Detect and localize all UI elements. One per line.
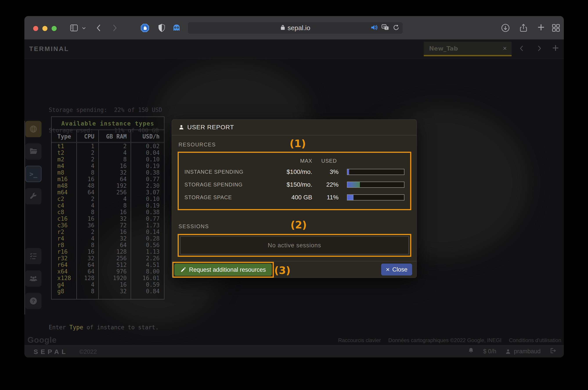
instance-row: c4480.19: [52, 202, 164, 209]
instance-row: c1616320.77: [52, 215, 164, 222]
instance-cell: 4: [77, 281, 99, 288]
resource-rows: INSTANCE SPENDING$100/mo.3%STORAGE SPEND…: [184, 166, 404, 204]
logout-icon[interactable]: [549, 347, 556, 355]
svg-text:文: 文: [385, 27, 388, 30]
add-tab-button[interactable]: +: [552, 41, 559, 54]
instance-cell: 32: [99, 235, 131, 242]
minimize-window-button[interactable]: [42, 26, 47, 31]
tab-overview-button[interactable]: [551, 23, 561, 33]
url-text: sepal.io: [288, 24, 310, 32]
terminal-icon: >_: [29, 170, 37, 178]
close-window-button[interactable]: [33, 26, 38, 31]
translate-icon[interactable]: A 文: [381, 24, 389, 32]
instance-row: r44320.28: [52, 235, 164, 242]
notifications-bell-icon[interactable]: [468, 347, 474, 355]
close-button[interactable]: × Close: [381, 264, 412, 275]
attribution-link[interactable]: Raccourcis clavier: [338, 337, 381, 343]
instance-cell: 16.01: [131, 275, 163, 281]
instance-cell: m16: [52, 176, 77, 183]
instance-cell: 2.26: [131, 255, 163, 262]
sidebar-item-maps[interactable]: [25, 121, 41, 137]
shield-extension-icon[interactable]: [157, 23, 166, 33]
share-button[interactable]: [519, 23, 528, 33]
privacy-extension-icon[interactable]: [172, 23, 181, 33]
instance-cell: 2: [99, 143, 131, 149]
usage-rate[interactable]: $ 0/h: [483, 348, 496, 355]
instance-cell: 8: [99, 202, 131, 209]
resource-max-value: 400 GB: [246, 194, 312, 201]
instance-row: g88320.84: [52, 288, 164, 294]
instance-cell: 256: [99, 189, 131, 196]
svg-text:?: ?: [32, 298, 35, 304]
instance-table-body: t1120.02t2240.04m2280.10m44160.19m88320.…: [52, 143, 164, 299]
sidebar-item-users[interactable]: [25, 270, 41, 287]
instance-cell: 2.30: [131, 183, 163, 189]
resource-progress-fill: [347, 195, 353, 200]
instance-cell: 16: [99, 163, 131, 169]
reload-icon[interactable]: [393, 24, 399, 32]
instance-cell: 256: [99, 255, 131, 262]
instance-cell: 0.77: [131, 176, 163, 183]
user-menu[interactable]: prambaud: [505, 348, 541, 355]
sidebar-item-files[interactable]: [25, 143, 41, 160]
instance-cell: r64: [52, 262, 77, 268]
lock-icon: [280, 24, 285, 32]
copyright: ©2022: [79, 348, 97, 355]
attribution-link[interactable]: Données cartographiques ©2022 Google, IN…: [389, 337, 502, 343]
instance-cell: 32: [99, 288, 131, 294]
instance-row: c2240.10: [52, 196, 164, 202]
request-additional-resources-button[interactable]: Request additional resources: [174, 264, 272, 276]
zoom-window-button[interactable]: [52, 26, 57, 31]
downloads-button[interactable]: [501, 23, 510, 33]
sidebar-item-apps[interactable]: [25, 188, 41, 204]
resource-progress-fill: [347, 169, 349, 175]
tab-new-tab[interactable]: New_Tab ×: [424, 42, 511, 56]
instance-cell: 4: [77, 202, 99, 209]
instance-cell: 1920: [99, 275, 131, 281]
tab-close-icon[interactable]: ×: [503, 45, 507, 52]
browser-window: sepal.io A 文: [24, 16, 564, 357]
globe-icon: [29, 125, 38, 133]
instance-cell: c8: [52, 209, 77, 215]
instance-cell: r2: [52, 229, 77, 235]
instance-cell: 0.77: [131, 215, 163, 222]
chevron-down-icon[interactable]: [81, 25, 87, 31]
sidebar-item-terminal[interactable]: >_: [25, 166, 41, 182]
instance-cell: m8: [52, 169, 77, 176]
back-button[interactable]: [94, 23, 103, 33]
sessions-empty-state: No active sessions: [180, 236, 409, 254]
instance-types-table: Available instance types Type CPU GB RAM…: [51, 116, 164, 299]
address-bar[interactable]: sepal.io A 文: [188, 22, 403, 34]
instance-cell: r32: [52, 255, 77, 262]
sidebar-item-help[interactable]: ?: [25, 293, 41, 309]
sidebar-toggle-icon[interactable]: [69, 23, 78, 33]
instance-cell: 64: [99, 176, 131, 183]
instance-row: r88640.56: [52, 242, 164, 248]
sidebar-item-tasks[interactable]: [25, 248, 41, 264]
resource-used-percent: 3%: [312, 168, 339, 175]
instance-cell: 1.73: [131, 222, 163, 229]
tab-prev-button[interactable]: [518, 44, 525, 54]
content-blocker-extension-icon[interactable]: [140, 23, 150, 33]
tab-next-button[interactable]: [536, 44, 543, 54]
new-tab-button[interactable]: +: [536, 23, 546, 33]
instance-cell: 2: [77, 229, 99, 235]
instance-cell: 36: [77, 222, 99, 229]
google-logo: Google: [27, 336, 57, 345]
instance-row: r16161281.13: [52, 248, 164, 255]
audio-icon[interactable]: [370, 24, 378, 32]
instance-cell: r4: [52, 235, 77, 242]
resource-used-percent: 22%: [312, 181, 339, 188]
table-title: Available instance types: [52, 117, 164, 130]
attribution-links: Raccourcis clavierDonnées cartographique…: [338, 337, 561, 343]
instance-cell: 1: [77, 143, 99, 149]
instance-row: x64649768.00: [52, 268, 164, 275]
forward-button: [110, 23, 119, 33]
instance-cell: 0.10: [131, 196, 163, 202]
modal-title: USER REPORT: [187, 124, 234, 131]
resource-progress-bar: [347, 194, 404, 200]
instance-cell: 4: [77, 235, 99, 242]
user-icon: [179, 124, 184, 130]
users-icon: [29, 274, 38, 283]
attribution-link[interactable]: Conditions d'utilisation: [509, 337, 561, 343]
